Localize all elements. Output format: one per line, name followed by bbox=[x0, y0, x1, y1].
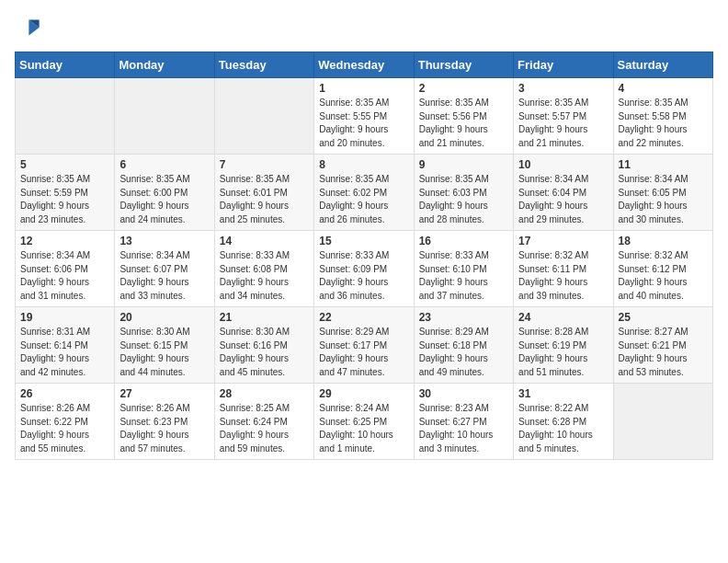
day-number: 7 bbox=[220, 158, 309, 171]
day-info: Sunrise: 8:27 AM Sunset: 6:21 PM Dayligh… bbox=[619, 326, 708, 379]
day-number: 16 bbox=[419, 235, 508, 247]
calendar-cell: 30Sunrise: 8:23 AM Sunset: 6:27 PM Dayli… bbox=[414, 384, 513, 460]
calendar-week-row: 26Sunrise: 8:26 AM Sunset: 6:22 PM Dayli… bbox=[16, 384, 713, 460]
day-number: 27 bbox=[119, 387, 209, 400]
page-header bbox=[15, 15, 713, 40]
day-info: Sunrise: 8:26 AM Sunset: 6:22 PM Dayligh… bbox=[20, 402, 109, 455]
calendar-cell: 19Sunrise: 8:31 AM Sunset: 6:14 PM Dayli… bbox=[16, 307, 115, 384]
day-number: 11 bbox=[619, 158, 708, 171]
calendar-week-row: 1Sunrise: 8:35 AM Sunset: 5:55 PM Daylig… bbox=[16, 78, 713, 155]
calendar-cell: 29Sunrise: 8:24 AM Sunset: 6:25 PM Dayli… bbox=[314, 384, 414, 460]
weekday-header-thursday: Thursday bbox=[414, 52, 513, 78]
day-number: 3 bbox=[518, 82, 608, 95]
calendar-cell bbox=[115, 78, 214, 155]
day-info: Sunrise: 8:22 AM Sunset: 6:28 PM Dayligh… bbox=[518, 402, 608, 455]
calendar-cell: 17Sunrise: 8:32 AM Sunset: 6:11 PM Dayli… bbox=[514, 231, 613, 307]
day-info: Sunrise: 8:34 AM Sunset: 6:06 PM Dayligh… bbox=[20, 249, 109, 303]
calendar-cell: 10Sunrise: 8:34 AM Sunset: 6:04 PM Dayli… bbox=[514, 155, 613, 231]
day-info: Sunrise: 8:30 AM Sunset: 6:15 PM Dayligh… bbox=[119, 326, 209, 379]
day-number: 21 bbox=[220, 311, 309, 324]
day-info: Sunrise: 8:23 AM Sunset: 6:27 PM Dayligh… bbox=[419, 402, 508, 455]
day-info: Sunrise: 8:35 AM Sunset: 6:03 PM Dayligh… bbox=[419, 173, 508, 226]
logo bbox=[15, 15, 44, 40]
day-info: Sunrise: 8:29 AM Sunset: 6:17 PM Dayligh… bbox=[319, 326, 408, 379]
calendar-cell: 16Sunrise: 8:33 AM Sunset: 6:10 PM Dayli… bbox=[414, 231, 513, 307]
day-info: Sunrise: 8:35 AM Sunset: 6:01 PM Dayligh… bbox=[220, 173, 309, 226]
day-info: Sunrise: 8:24 AM Sunset: 6:25 PM Dayligh… bbox=[319, 402, 408, 455]
calendar-cell: 1Sunrise: 8:35 AM Sunset: 5:55 PM Daylig… bbox=[314, 78, 414, 155]
calendar-cell: 22Sunrise: 8:29 AM Sunset: 6:17 PM Dayli… bbox=[314, 307, 414, 384]
day-info: Sunrise: 8:34 AM Sunset: 6:07 PM Dayligh… bbox=[119, 249, 209, 303]
day-number: 10 bbox=[518, 158, 608, 171]
day-number: 29 bbox=[319, 387, 408, 400]
day-info: Sunrise: 8:28 AM Sunset: 6:19 PM Dayligh… bbox=[518, 326, 608, 379]
day-info: Sunrise: 8:32 AM Sunset: 6:12 PM Dayligh… bbox=[619, 249, 708, 303]
day-info: Sunrise: 8:35 AM Sunset: 5:56 PM Dayligh… bbox=[419, 97, 508, 150]
calendar-cell: 27Sunrise: 8:26 AM Sunset: 6:23 PM Dayli… bbox=[115, 384, 214, 460]
calendar-cell: 13Sunrise: 8:34 AM Sunset: 6:07 PM Dayli… bbox=[115, 231, 214, 307]
calendar-cell: 11Sunrise: 8:34 AM Sunset: 6:05 PM Dayli… bbox=[613, 155, 712, 231]
calendar-cell bbox=[613, 384, 712, 460]
day-info: Sunrise: 8:31 AM Sunset: 6:14 PM Dayligh… bbox=[20, 326, 109, 379]
calendar-cell: 26Sunrise: 8:26 AM Sunset: 6:22 PM Dayli… bbox=[16, 384, 115, 460]
calendar-cell bbox=[16, 78, 115, 155]
calendar-cell: 2Sunrise: 8:35 AM Sunset: 5:56 PM Daylig… bbox=[414, 78, 513, 155]
calendar-cell: 28Sunrise: 8:25 AM Sunset: 6:24 PM Dayli… bbox=[214, 384, 313, 460]
day-number: 13 bbox=[119, 235, 209, 247]
calendar-cell: 20Sunrise: 8:30 AM Sunset: 6:15 PM Dayli… bbox=[115, 307, 214, 384]
weekday-header-tuesday: Tuesday bbox=[214, 52, 313, 78]
day-number: 4 bbox=[619, 82, 708, 95]
calendar-table: SundayMondayTuesdayWednesdayThursdayFrid… bbox=[15, 52, 713, 460]
day-info: Sunrise: 8:30 AM Sunset: 6:16 PM Dayligh… bbox=[220, 326, 309, 379]
day-number: 1 bbox=[319, 82, 408, 95]
day-info: Sunrise: 8:26 AM Sunset: 6:23 PM Dayligh… bbox=[119, 402, 209, 455]
day-number: 17 bbox=[518, 235, 608, 247]
day-number: 24 bbox=[518, 311, 608, 324]
weekday-header-sunday: Sunday bbox=[16, 52, 115, 78]
calendar-cell: 25Sunrise: 8:27 AM Sunset: 6:21 PM Dayli… bbox=[613, 307, 712, 384]
day-info: Sunrise: 8:35 AM Sunset: 6:00 PM Dayligh… bbox=[119, 173, 209, 226]
day-info: Sunrise: 8:35 AM Sunset: 5:57 PM Dayligh… bbox=[518, 97, 608, 150]
weekday-header-monday: Monday bbox=[115, 52, 214, 78]
day-number: 12 bbox=[20, 235, 109, 247]
calendar-cell: 5Sunrise: 8:35 AM Sunset: 5:59 PM Daylig… bbox=[16, 155, 115, 231]
day-number: 8 bbox=[319, 158, 408, 171]
day-number: 30 bbox=[419, 387, 508, 400]
day-number: 18 bbox=[619, 235, 708, 247]
day-number: 15 bbox=[319, 235, 408, 247]
weekday-header-saturday: Saturday bbox=[613, 52, 712, 78]
calendar-week-row: 12Sunrise: 8:34 AM Sunset: 6:06 PM Dayli… bbox=[16, 231, 713, 307]
day-number: 23 bbox=[419, 311, 508, 324]
calendar-cell: 7Sunrise: 8:35 AM Sunset: 6:01 PM Daylig… bbox=[214, 155, 313, 231]
day-number: 5 bbox=[20, 158, 109, 171]
day-info: Sunrise: 8:34 AM Sunset: 6:05 PM Dayligh… bbox=[619, 173, 708, 226]
calendar-cell: 12Sunrise: 8:34 AM Sunset: 6:06 PM Dayli… bbox=[16, 231, 115, 307]
calendar-cell: 23Sunrise: 8:29 AM Sunset: 6:18 PM Dayli… bbox=[414, 307, 513, 384]
calendar-cell: 3Sunrise: 8:35 AM Sunset: 5:57 PM Daylig… bbox=[514, 78, 613, 155]
calendar-cell: 18Sunrise: 8:32 AM Sunset: 6:12 PM Dayli… bbox=[613, 231, 712, 307]
day-number: 19 bbox=[20, 311, 109, 324]
calendar-cell: 31Sunrise: 8:22 AM Sunset: 6:28 PM Dayli… bbox=[514, 384, 613, 460]
day-number: 22 bbox=[319, 311, 408, 324]
day-number: 9 bbox=[419, 158, 508, 171]
day-info: Sunrise: 8:32 AM Sunset: 6:11 PM Dayligh… bbox=[518, 249, 608, 303]
calendar-cell: 6Sunrise: 8:35 AM Sunset: 6:00 PM Daylig… bbox=[115, 155, 214, 231]
weekday-header-wednesday: Wednesday bbox=[314, 52, 414, 78]
day-info: Sunrise: 8:35 AM Sunset: 5:58 PM Dayligh… bbox=[619, 97, 708, 150]
day-info: Sunrise: 8:33 AM Sunset: 6:10 PM Dayligh… bbox=[419, 249, 508, 303]
day-number: 25 bbox=[619, 311, 708, 324]
calendar-week-row: 19Sunrise: 8:31 AM Sunset: 6:14 PM Dayli… bbox=[16, 307, 713, 384]
day-number: 2 bbox=[419, 82, 508, 95]
weekday-header-row: SundayMondayTuesdayWednesdayThursdayFrid… bbox=[16, 52, 713, 78]
calendar-week-row: 5Sunrise: 8:35 AM Sunset: 5:59 PM Daylig… bbox=[16, 155, 713, 231]
day-info: Sunrise: 8:33 AM Sunset: 6:08 PM Dayligh… bbox=[220, 249, 309, 303]
day-info: Sunrise: 8:35 AM Sunset: 5:55 PM Dayligh… bbox=[319, 97, 408, 150]
day-number: 6 bbox=[119, 158, 209, 171]
calendar-cell: 14Sunrise: 8:33 AM Sunset: 6:08 PM Dayli… bbox=[214, 231, 313, 307]
calendar-cell: 9Sunrise: 8:35 AM Sunset: 6:03 PM Daylig… bbox=[414, 155, 513, 231]
day-number: 20 bbox=[119, 311, 209, 324]
day-info: Sunrise: 8:35 AM Sunset: 5:59 PM Dayligh… bbox=[20, 173, 109, 226]
day-info: Sunrise: 8:35 AM Sunset: 6:02 PM Dayligh… bbox=[319, 173, 408, 226]
calendar-cell: 15Sunrise: 8:33 AM Sunset: 6:09 PM Dayli… bbox=[314, 231, 414, 307]
day-number: 14 bbox=[220, 235, 309, 247]
